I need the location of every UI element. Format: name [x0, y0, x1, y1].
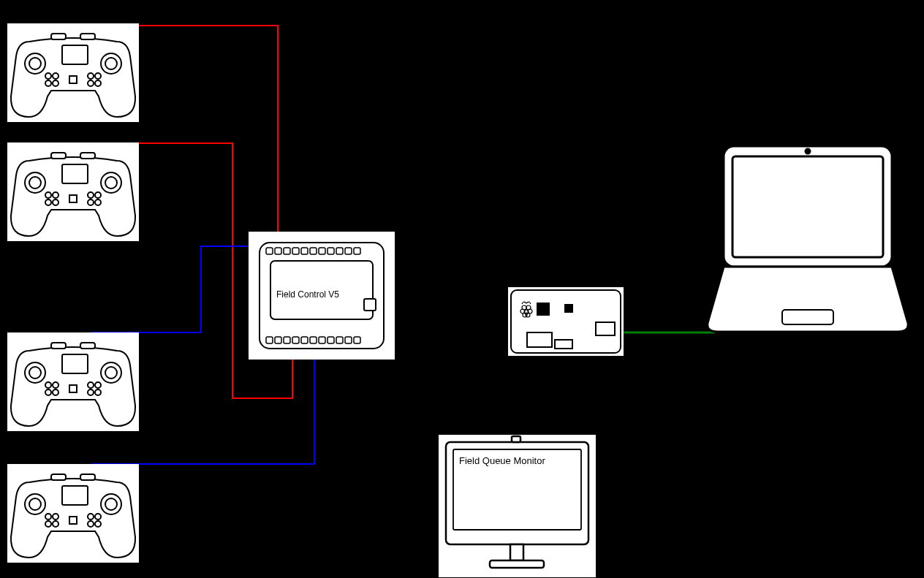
laptop	[702, 140, 914, 338]
svg-rect-82	[301, 337, 308, 343]
svg-point-9	[88, 73, 94, 79]
controller-4	[7, 464, 139, 563]
svg-point-56	[53, 521, 58, 527]
svg-point-42	[95, 382, 101, 388]
svg-rect-69	[301, 248, 308, 254]
svg-point-35	[105, 367, 117, 379]
field-queue-monitor: Field Queue Monitor	[439, 435, 596, 577]
svg-point-53	[45, 514, 51, 520]
svg-rect-88	[354, 337, 360, 343]
svg-point-27	[88, 199, 94, 205]
controller-1	[7, 23, 139, 122]
svg-point-11	[88, 80, 94, 86]
svg-rect-80	[284, 337, 290, 343]
svg-rect-29	[69, 195, 77, 202]
svg-point-55	[45, 521, 51, 527]
svg-rect-31	[80, 153, 95, 159]
svg-rect-61	[69, 517, 77, 524]
svg-rect-85	[327, 337, 334, 343]
svg-point-41	[88, 382, 94, 388]
svg-point-19	[105, 177, 117, 189]
svg-rect-78	[266, 337, 273, 343]
field-control-brain: Field Control V5	[249, 232, 395, 360]
svg-point-59	[88, 521, 94, 527]
svg-rect-63	[80, 474, 95, 480]
svg-point-57	[88, 514, 94, 520]
svg-rect-87	[345, 337, 352, 343]
monitor-label: Field Queue Monitor	[459, 455, 545, 466]
svg-rect-94	[555, 340, 572, 349]
svg-point-17	[29, 177, 41, 189]
svg-point-1	[29, 58, 41, 69]
svg-rect-83	[310, 337, 317, 343]
svg-point-7	[45, 80, 51, 86]
svg-point-26	[95, 192, 101, 198]
svg-rect-67	[284, 248, 290, 254]
svg-rect-81	[292, 337, 299, 343]
svg-rect-30	[51, 153, 66, 159]
svg-point-51	[105, 498, 117, 510]
svg-rect-66	[275, 248, 281, 254]
svg-rect-75	[354, 248, 360, 254]
svg-rect-86	[336, 337, 343, 343]
svg-point-12	[95, 80, 101, 86]
svg-rect-14	[51, 34, 66, 39]
svg-point-38	[53, 382, 58, 388]
svg-rect-52	[62, 486, 88, 505]
svg-rect-62	[51, 474, 66, 480]
svg-rect-110	[512, 436, 520, 442]
svg-rect-84	[319, 337, 325, 343]
svg-rect-45	[69, 385, 77, 392]
svg-point-21	[45, 192, 51, 198]
svg-point-5	[45, 73, 51, 79]
svg-point-54	[53, 514, 58, 520]
svg-rect-90	[537, 303, 549, 315]
svg-point-43	[88, 389, 94, 395]
svg-rect-77	[364, 299, 376, 311]
svg-rect-13	[69, 76, 77, 83]
svg-rect-70	[310, 248, 317, 254]
svg-point-8	[53, 80, 58, 86]
svg-point-44	[95, 389, 101, 395]
svg-rect-20	[62, 164, 88, 183]
controller-3	[7, 332, 139, 431]
svg-rect-71	[319, 248, 325, 254]
svg-point-49	[29, 498, 41, 510]
diagram-stage: Field Control V5	[0, 0, 924, 578]
svg-point-23	[45, 199, 51, 205]
svg-point-60	[95, 521, 101, 527]
svg-rect-93	[527, 332, 552, 347]
svg-rect-47	[80, 343, 95, 349]
svg-point-10	[95, 73, 101, 79]
svg-rect-72	[327, 248, 334, 254]
svg-rect-68	[292, 248, 299, 254]
svg-point-6	[53, 73, 58, 79]
svg-point-25	[88, 192, 94, 198]
svg-rect-74	[345, 248, 352, 254]
svg-point-58	[95, 514, 101, 520]
svg-rect-91	[565, 305, 572, 312]
svg-rect-105	[782, 310, 833, 324]
controller-2	[7, 142, 139, 241]
svg-rect-108	[510, 544, 523, 560]
svg-rect-65	[266, 248, 273, 254]
svg-rect-46	[51, 343, 66, 349]
raspberry-pi	[508, 287, 624, 356]
svg-point-37	[45, 382, 51, 388]
svg-point-39	[45, 389, 51, 395]
svg-point-33	[29, 367, 41, 379]
svg-rect-4	[62, 45, 88, 64]
svg-rect-103	[732, 156, 883, 257]
svg-rect-92	[596, 322, 615, 335]
svg-rect-79	[275, 337, 281, 343]
svg-point-28	[95, 199, 101, 205]
svg-point-104	[806, 149, 810, 153]
svg-point-24	[53, 199, 58, 205]
svg-rect-36	[62, 354, 88, 373]
svg-rect-109	[490, 560, 544, 568]
svg-point-22	[53, 192, 58, 198]
svg-rect-73	[336, 248, 343, 254]
svg-rect-15	[80, 34, 95, 39]
svg-point-40	[53, 389, 58, 395]
svg-point-3	[105, 58, 117, 69]
